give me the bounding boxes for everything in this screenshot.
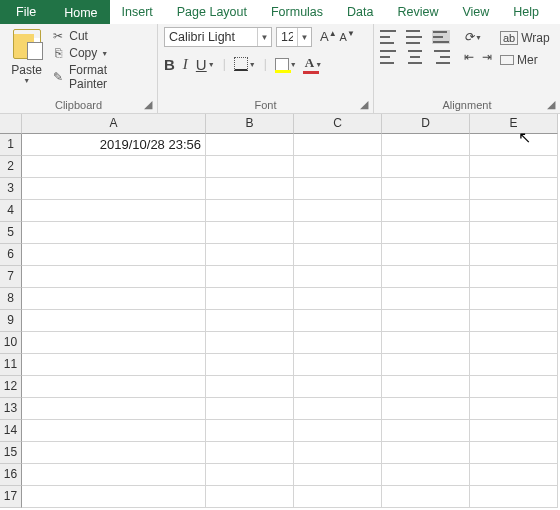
cell[interactable]: [382, 222, 470, 244]
font-name-combo[interactable]: ▼: [164, 27, 272, 47]
cell[interactable]: [294, 464, 382, 486]
cell[interactable]: [22, 310, 206, 332]
row-header[interactable]: 1: [0, 134, 22, 156]
cell[interactable]: [382, 398, 470, 420]
copy-button[interactable]: ⎘ Copy ▼: [51, 46, 147, 60]
underline-button[interactable]: U▼: [196, 56, 215, 73]
cell[interactable]: [382, 156, 470, 178]
cell[interactable]: [382, 376, 470, 398]
column-header[interactable]: C: [294, 114, 382, 134]
cell[interactable]: [22, 200, 206, 222]
cell[interactable]: [470, 200, 558, 222]
row-header[interactable]: 4: [0, 200, 22, 222]
cell[interactable]: [22, 266, 206, 288]
cell[interactable]: [206, 134, 294, 156]
merge-center-button[interactable]: Mer: [500, 53, 550, 67]
cell[interactable]: [294, 200, 382, 222]
cell[interactable]: [294, 420, 382, 442]
tab-insert[interactable]: Insert: [110, 0, 165, 24]
tab-formulas[interactable]: Formulas: [259, 0, 335, 24]
cell[interactable]: [294, 178, 382, 200]
chevron-down-icon[interactable]: ▼: [257, 28, 271, 46]
row-header[interactable]: 8: [0, 288, 22, 310]
cell[interactable]: [22, 332, 206, 354]
align-left-button[interactable]: [380, 50, 398, 64]
cell[interactable]: [22, 398, 206, 420]
cell[interactable]: [206, 178, 294, 200]
cell[interactable]: [382, 464, 470, 486]
row-header[interactable]: 10: [0, 332, 22, 354]
borders-button[interactable]: ▼: [234, 57, 256, 71]
cell[interactable]: [382, 420, 470, 442]
cell[interactable]: [294, 310, 382, 332]
wrap-text-button[interactable]: ab Wrap: [500, 31, 550, 45]
column-header[interactable]: D: [382, 114, 470, 134]
format-painter-button[interactable]: ✎ Format Painter: [51, 63, 147, 91]
cell[interactable]: [206, 354, 294, 376]
cell[interactable]: [206, 266, 294, 288]
column-header[interactable]: B: [206, 114, 294, 134]
cell[interactable]: [294, 486, 382, 508]
cell[interactable]: [470, 354, 558, 376]
cell[interactable]: [22, 464, 206, 486]
cell[interactable]: [470, 178, 558, 200]
cell[interactable]: [22, 222, 206, 244]
cell[interactable]: [294, 332, 382, 354]
tab-review[interactable]: Review: [385, 0, 450, 24]
row-header[interactable]: 11: [0, 354, 22, 376]
cell[interactable]: [206, 156, 294, 178]
cell[interactable]: [294, 288, 382, 310]
increase-indent-button[interactable]: ⇥: [482, 50, 492, 64]
row-header[interactable]: 13: [0, 398, 22, 420]
select-all-corner[interactable]: [0, 114, 22, 134]
cell[interactable]: [22, 156, 206, 178]
align-center-button[interactable]: [406, 50, 424, 64]
cell[interactable]: [206, 442, 294, 464]
cell[interactable]: [382, 442, 470, 464]
cell[interactable]: [470, 288, 558, 310]
cell[interactable]: [206, 310, 294, 332]
cell[interactable]: [206, 200, 294, 222]
cell[interactable]: [294, 156, 382, 178]
align-top-button[interactable]: [380, 30, 398, 44]
tab-view[interactable]: View: [450, 0, 501, 24]
align-right-button[interactable]: [432, 50, 450, 64]
row-header[interactable]: 3: [0, 178, 22, 200]
align-middle-button[interactable]: [406, 30, 424, 44]
italic-button[interactable]: I: [183, 56, 188, 73]
cell[interactable]: [294, 244, 382, 266]
cell[interactable]: [206, 332, 294, 354]
chevron-down-icon[interactable]: ▼: [23, 77, 30, 84]
tab-page-layout[interactable]: Page Layout: [165, 0, 259, 24]
decrease-font-size-button[interactable]: A▼: [340, 29, 355, 44]
cell[interactable]: [382, 486, 470, 508]
bold-button[interactable]: B: [164, 56, 175, 73]
cell[interactable]: [22, 178, 206, 200]
cell[interactable]: [206, 464, 294, 486]
cell[interactable]: [470, 244, 558, 266]
cell[interactable]: [470, 134, 558, 156]
cell[interactable]: [382, 178, 470, 200]
dialog-launcher-icon[interactable]: ◢: [142, 99, 154, 111]
row-header[interactable]: 5: [0, 222, 22, 244]
row-header[interactable]: 17: [0, 486, 22, 508]
cell[interactable]: [22, 244, 206, 266]
cell[interactable]: 2019/10/28 23:56: [22, 134, 206, 156]
tab-file[interactable]: File: [0, 0, 52, 24]
cell[interactable]: [470, 420, 558, 442]
cell[interactable]: [382, 354, 470, 376]
paste-button[interactable]: Paste ▼: [6, 27, 47, 98]
cell[interactable]: [382, 134, 470, 156]
cell[interactable]: [22, 376, 206, 398]
cell[interactable]: [22, 442, 206, 464]
row-header[interactable]: 15: [0, 442, 22, 464]
cell[interactable]: [294, 442, 382, 464]
orientation-button[interactable]: ⟳▼: [464, 30, 482, 44]
tab-home[interactable]: Home: [52, 0, 109, 24]
cell[interactable]: [470, 464, 558, 486]
cell[interactable]: [22, 354, 206, 376]
cell[interactable]: [206, 398, 294, 420]
row-header[interactable]: 12: [0, 376, 22, 398]
font-size-input[interactable]: [277, 28, 297, 46]
cell[interactable]: [470, 376, 558, 398]
